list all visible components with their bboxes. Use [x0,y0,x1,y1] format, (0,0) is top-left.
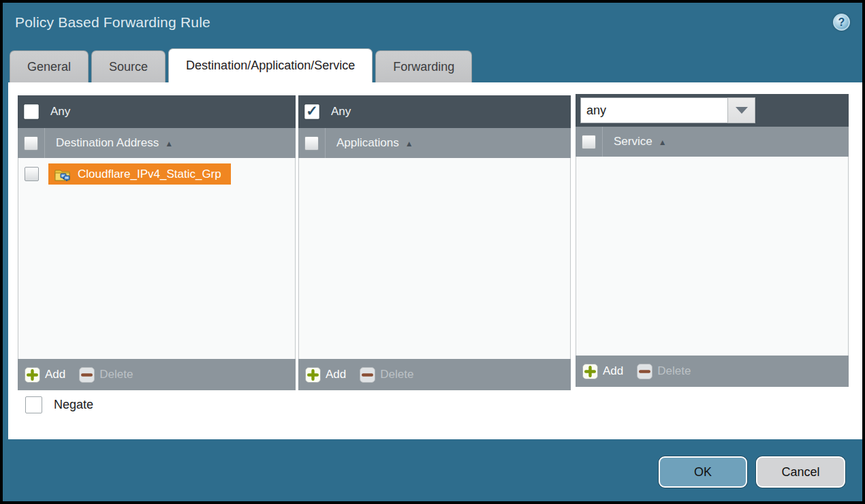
tab-destination-application-service[interactable]: Destination/Application/Service [168,48,373,82]
delete-icon [637,364,652,379]
service-header[interactable]: ✓ Service ▲ [576,127,849,157]
add-button-label: Add [603,364,623,378]
row-checkbox[interactable]: ✓ [25,167,39,181]
dialog-title: Policy Based Forwarding Rule [15,14,210,31]
service-mode-bar [576,94,849,127]
service-footer: Add Delete [576,356,849,387]
add-button[interactable]: Add [305,367,346,383]
delete-icon [79,367,95,383]
address-group-name: Cloudflare_IPv4_Static_Grp [78,168,221,181]
address-group-icon [54,168,72,181]
help-icon[interactable]: ? [833,14,850,31]
add-button[interactable]: Add [25,367,65,383]
table-row: ✓ [18,163,295,185]
header-divider [44,128,45,158]
sort-ascending-icon: ▲ [165,138,173,148]
applications-footer: Add Delete [298,359,571,390]
destination-address-header-label: Destination Address [56,136,159,150]
delete-button[interactable]: Delete [79,367,133,383]
chevron-down-icon [736,107,748,114]
applications-header-label: Applications [336,136,399,150]
delete-icon [360,367,375,383]
service-list [576,157,849,356]
service-mode-value[interactable] [580,97,727,123]
destination-any-label: Any [50,105,70,119]
policy-based-forwarding-dialog: Policy Based Forwarding Rule ? General S… [0,0,865,504]
delete-button-label: Delete [380,368,413,381]
applications-list [298,158,571,359]
ok-button[interactable]: OK [659,456,747,488]
service-header-label: Service [614,135,652,148]
sort-ascending-icon: ▲ [659,136,667,147]
add-button-label: Add [45,368,65,381]
header-divider [325,128,326,158]
add-icon [582,364,598,379]
negate-checkbox[interactable]: ✓ [25,396,42,413]
service-column: ✓ Service ▲ Add Delete [576,94,849,387]
delete-button-label: Delete [99,368,133,381]
tab-forwarding[interactable]: Forwarding [375,50,472,82]
destination-address-header[interactable]: ✓ Destination Address ▲ [18,128,296,158]
applications-any-checkbox[interactable]: ✓ [304,104,319,119]
destination-address-entry[interactable]: Cloudflare_IPv4_Static_Grp [48,163,231,185]
dropdown-button[interactable] [727,97,755,123]
add-button-label: Add [326,368,346,381]
add-button[interactable]: Add [582,364,623,379]
destination-address-column: ✓ Any ✓ Destination Address ▲ ✓ [18,95,296,390]
service-mode-dropdown[interactable] [580,97,755,123]
cancel-button[interactable]: Cancel [756,456,845,488]
service-select-all-checkbox[interactable]: ✓ [582,135,596,149]
tab-bar: General Source Destination/Application/S… [10,50,472,82]
delete-button[interactable]: Delete [360,367,413,383]
destination-select-all-checkbox[interactable]: ✓ [24,136,38,151]
applications-header[interactable]: ✓ Applications ▲ [298,128,571,158]
add-icon [305,367,321,383]
delete-button[interactable]: Delete [637,364,691,379]
add-icon [25,367,40,383]
negate-label: Negate [54,398,93,412]
delete-button-label: Delete [657,364,691,378]
tab-content-panel: ✓ Any ✓ Destination Address ▲ ✓ [8,82,862,439]
check-icon: ✓ [306,104,318,118]
negate-row: ✓ Negate [25,396,93,413]
sort-ascending-icon: ▲ [405,138,413,148]
applications-any-bar: ✓ Any [298,95,571,128]
destination-any-bar: ✓ Any [18,95,296,128]
destination-footer: Add Delete [18,359,296,390]
tab-source[interactable]: Source [91,50,166,82]
destination-any-checkbox[interactable]: ✓ [24,104,39,119]
tab-general[interactable]: General [10,50,89,82]
applications-select-all-checkbox[interactable]: ✓ [304,136,319,151]
destination-address-list: ✓ [18,158,296,359]
applications-column: ✓ Any ✓ Applications ▲ Add [298,95,571,390]
header-divider [602,127,603,157]
applications-any-label: Any [331,105,351,119]
